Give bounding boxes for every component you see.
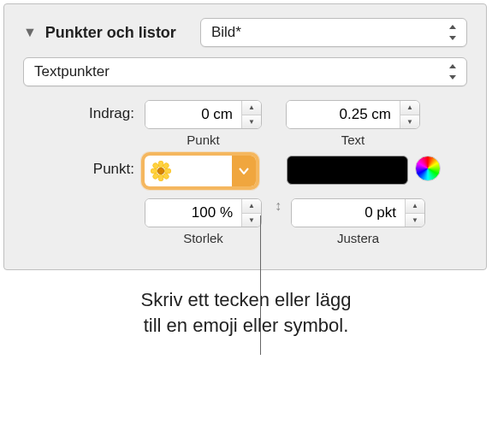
bullet-type-value: Textpunkter [34, 63, 110, 80]
text-indent-stepper[interactable]: ▲ ▼ [286, 100, 420, 129]
bullet-indent-sublabel: Punkt [187, 133, 219, 147]
bullet-align-stepper[interactable]: ▲ ▼ [291, 198, 425, 227]
svg-point-9 [158, 168, 163, 174]
bullet-align-sublabel: Justera [337, 231, 379, 245]
bullet-size-up[interactable]: ▲ [242, 199, 261, 214]
flower-icon [150, 160, 172, 182]
bullet-indent-down[interactable]: ▼ [242, 115, 261, 129]
bullet-align-down[interactable]: ▼ [406, 214, 424, 227]
text-indent-up[interactable]: ▲ [400, 101, 419, 115]
bullet-size-stepper[interactable]: ▲ ▼ [145, 198, 262, 227]
bullet-indent-stepper[interactable]: ▲ ▼ [145, 100, 262, 129]
chevron-updown-icon [448, 25, 458, 40]
align-vertical-icon: ↕ [270, 198, 286, 214]
color-picker-icon[interactable] [415, 156, 441, 181]
bullet-align-up[interactable]: ▲ [406, 199, 424, 214]
caption-text: Skriv ett tecken eller lägg till en emoj… [0, 287, 492, 355]
bullet-label: Punkt: [23, 156, 145, 178]
text-indent-down[interactable]: ▼ [400, 115, 419, 129]
bullet-indent-up[interactable]: ▲ [242, 101, 261, 115]
section-title: Punkter och listor [45, 24, 176, 42]
text-indent-input[interactable] [287, 101, 400, 128]
bullet-align-input[interactable] [292, 199, 405, 227]
caption-line2: till en emoji eller symbol. [144, 315, 349, 336]
bullet-color-well[interactable] [287, 156, 408, 185]
indent-label: Indrag: [23, 100, 145, 122]
svg-point-2 [158, 174, 163, 181]
svg-point-3 [151, 168, 157, 174]
svg-point-4 [164, 168, 171, 174]
bullet-indent-input[interactable] [145, 101, 241, 128]
list-style-value: Bild* [211, 24, 241, 41]
bullet-picker-dropdown[interactable] [232, 156, 256, 186]
bullet-character-picker[interactable] [145, 156, 256, 186]
callout-line [260, 215, 261, 355]
list-style-popup[interactable]: Bild* [200, 18, 467, 47]
text-indent-sublabel: Text [341, 133, 365, 147]
bullets-lists-panel: ▼ Punkter och listor Bild* Textpunkter I… [3, 3, 487, 270]
bullet-size-down[interactable]: ▼ [242, 214, 261, 227]
bullet-size-sublabel: Storlek [183, 231, 223, 245]
bullet-type-popup[interactable]: Textpunkter [23, 57, 467, 86]
bullet-size-input[interactable] [145, 199, 241, 227]
chevron-updown-icon [448, 64, 458, 80]
svg-point-1 [158, 161, 163, 168]
caption-line1: Skriv ett tecken eller lägg [141, 289, 352, 310]
disclosure-triangle-icon[interactable]: ▼ [23, 25, 37, 40]
